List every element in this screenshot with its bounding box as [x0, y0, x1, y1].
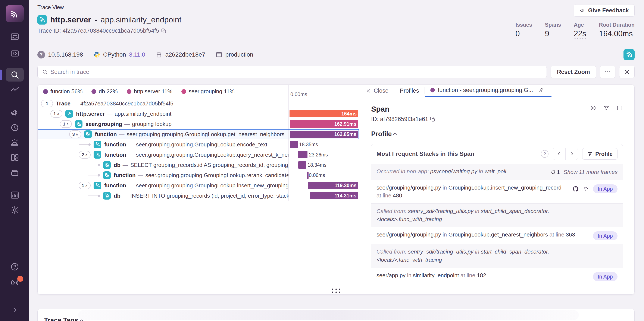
span-op: function	[104, 141, 126, 148]
profile-section-header[interactable]: Profile	[371, 130, 623, 138]
sidebar-item-help[interactable]	[6, 260, 24, 274]
layout-columns-icon[interactable]	[616, 105, 623, 111]
trace-row[interactable]: function—seer.grouping.grouping.Grouping…	[38, 139, 359, 150]
trace-row[interactable]: 1Trace—4f2a57ea703840cc9c1bca7d05bf54f5	[38, 98, 359, 109]
legend-db[interactable]: db 22%	[92, 88, 118, 95]
tab-span-active[interactable]: function - seer.grouping.grouping.G...	[425, 85, 552, 97]
github-icon[interactable]	[572, 186, 579, 192]
stack-frame-row[interactable]: Called from: sentry_sdk/tracing_utils.py…	[371, 244, 623, 268]
duration-cell: 162.85ms	[288, 129, 359, 139]
legend-http-server[interactable]: http.server 11%	[127, 88, 172, 95]
package-icon	[156, 51, 162, 58]
trace-tree-pane: function 56%db 22%http.server 11%seer.gr…	[38, 85, 359, 294]
span-count-badge[interactable]: 2∧	[79, 151, 90, 159]
filter-icon[interactable]	[603, 105, 610, 111]
span-count-badge[interactable]: 1	[41, 100, 53, 107]
trace-row[interactable]: 1∧function—seer.grouping.grouping.Groupi…	[38, 180, 359, 191]
reset-zoom-button[interactable]: Reset Zoom	[551, 66, 596, 78]
duration-label: 23.26ms	[309, 150, 328, 160]
search-input[interactable]	[50, 69, 542, 75]
copy-icon[interactable]	[430, 116, 436, 122]
sidebar-item-whats-new[interactable]	[6, 276, 24, 290]
sidebar-item-stats[interactable]	[6, 188, 24, 202]
trace-settings-button[interactable]	[619, 66, 634, 78]
span-title: Span	[371, 105, 390, 113]
span-count-badge[interactable]: 3∧	[69, 130, 81, 138]
span-op: Trace	[56, 100, 70, 107]
show-more-frames-link[interactable]: Show 11 more frames	[564, 168, 618, 176]
legend-label: seer.grouping 11%	[189, 88, 234, 95]
span-id-label: ID: af7982659f3a1e61	[371, 116, 428, 122]
filter-icon	[587, 151, 593, 157]
legend-label: function 56%	[50, 88, 82, 95]
duration-bar	[298, 151, 308, 158]
frame-segment: at line	[376, 192, 393, 199]
sidebar-item-settings[interactable]	[6, 203, 24, 217]
zigzag-icon	[10, 85, 20, 95]
panel-resize-handle[interactable]	[38, 287, 634, 294]
archive-icon	[10, 168, 20, 177]
span-count-badge[interactable]: 1∧	[50, 110, 62, 118]
sidebar-collapse-chevron-icon[interactable]	[6, 303, 24, 317]
legend-function[interactable]: function 56%	[43, 88, 82, 95]
help-icon[interactable]: ?	[541, 150, 548, 158]
stack-frame-row[interactable]: seer/app.py in similarity_endpoint at li…	[371, 268, 623, 285]
sidebar-item-performance[interactable]	[6, 83, 24, 97]
sidebar-item-search[interactable]	[6, 68, 24, 81]
frame-segment: at line	[548, 231, 566, 238]
give-feedback-button[interactable]: Give Feedback	[574, 4, 634, 17]
sidebar-item-alerts[interactable]	[6, 136, 24, 149]
trace-view-header: Trace View http.server - app.similarity_…	[38, 0, 634, 38]
refresh-icon	[550, 169, 556, 175]
sidebar-item-dashboards[interactable]	[6, 151, 24, 164]
trace-row[interactable]: function—seer.grouping.grouping.Grouping…	[38, 170, 359, 180]
duration-cell	[288, 98, 359, 109]
megaphone-icon	[580, 7, 586, 13]
open-profile-button[interactable]: Profile	[582, 148, 618, 160]
span-description: grouping lookup	[132, 121, 172, 127]
duration-cell: 119.30ms	[288, 180, 359, 191]
legend-seer-grouping[interactable]: seer.grouping 11%	[182, 88, 234, 95]
sidebar-item-issues[interactable]	[6, 30, 24, 43]
trace-row[interactable]: 2∧function—seer.grouping.grouping.Groupi…	[38, 150, 359, 160]
trace-row[interactable]: db—SELECT grouping_records.id AS groupin…	[38, 160, 359, 170]
close-tab-button[interactable]: Close	[366, 85, 394, 97]
span-count-badge[interactable]: 1∧	[79, 182, 90, 189]
copy-icon[interactable]	[161, 28, 167, 34]
next-stack-button[interactable]	[565, 148, 578, 160]
pin-tab-icon[interactable]	[536, 86, 546, 95]
stack-frame-row[interactable]: Called from: sentry_sdk/tracing_utils.py…	[371, 203, 623, 227]
more-options-button[interactable]: ···	[600, 66, 615, 78]
megaphone-icon	[10, 108, 20, 117]
stack-frame-row[interactable]: seer/grouping/grouping.py in GroupingLoo…	[371, 227, 623, 244]
trace-row[interactable]: 1∧http.server—app.similarity_endpoint164…	[38, 109, 359, 119]
seer-tool-icon[interactable]	[583, 186, 589, 192]
trace-row[interactable]: 1∧seer.grouping—grouping lookup162.91ms	[38, 119, 359, 129]
stat-issues: Issues0	[515, 22, 532, 38]
stack-frame-row[interactable]: Occurred in non-app: psycopg/waiting.py …	[371, 164, 623, 180]
frame-segment: in	[474, 249, 481, 255]
duration-bar	[290, 141, 298, 148]
span-op-icon	[103, 161, 111, 169]
open-profile-label: Profile	[595, 151, 612, 157]
sentry-logo[interactable]	[6, 5, 24, 22]
sidebar-item-explore[interactable]	[6, 46, 24, 60]
trace-card: function 56%db 22%http.server 11%seer.gr…	[38, 84, 634, 295]
duration-cell: 18.34ms	[288, 160, 359, 170]
sidebar-item-releases[interactable]	[6, 166, 24, 179]
stack-frame-row[interactable]: seer/grouping/grouping.py in GroupingLoo…	[371, 180, 623, 203]
stat-label: Age	[574, 22, 586, 28]
focus-target-icon[interactable]	[590, 105, 596, 111]
stat-age: Age22s	[574, 22, 586, 38]
sidebar-item-replays[interactable]	[6, 121, 24, 134]
stat-value: 22s	[574, 29, 586, 38]
trace-row[interactable]: db—INSERT INTO grouping_records (id, pro…	[38, 191, 359, 201]
span-count-badge[interactable]: 1∧	[60, 120, 72, 128]
prev-stack-button[interactable]	[553, 148, 565, 160]
duration-bar	[307, 172, 308, 179]
trace-row[interactable]: 3∧function—seer.grouping.grouping.Groupi…	[38, 129, 359, 139]
frame-segment: GroupingLookup.insert_new_grouping_recor…	[448, 184, 562, 191]
sidebar-item-feedback[interactable]	[6, 106, 24, 119]
tab-profiles[interactable]: Profiles	[394, 85, 424, 97]
stack-pager	[553, 148, 578, 160]
